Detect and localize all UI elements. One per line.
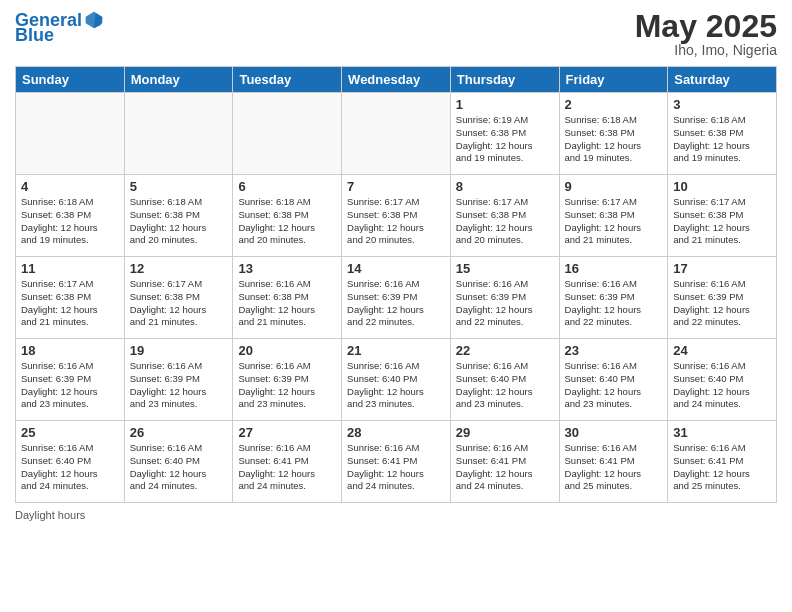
table-row: 22Sunrise: 6:16 AM Sunset: 6:40 PM Dayli… [450,339,559,421]
table-row: 16Sunrise: 6:16 AM Sunset: 6:39 PM Dayli… [559,257,668,339]
day-number: 7 [347,179,445,194]
table-row: 19Sunrise: 6:16 AM Sunset: 6:39 PM Dayli… [124,339,233,421]
day-info: Sunrise: 6:17 AM Sunset: 6:38 PM Dayligh… [21,278,119,329]
day-info: Sunrise: 6:16 AM Sunset: 6:40 PM Dayligh… [673,360,771,411]
table-row: 7Sunrise: 6:17 AM Sunset: 6:38 PM Daylig… [342,175,451,257]
day-number: 15 [456,261,554,276]
table-row: 1Sunrise: 6:19 AM Sunset: 6:38 PM Daylig… [450,93,559,175]
day-info: Sunrise: 6:17 AM Sunset: 6:38 PM Dayligh… [565,196,663,247]
location: Iho, Imo, Nigeria [635,42,777,58]
table-row: 4Sunrise: 6:18 AM Sunset: 6:38 PM Daylig… [16,175,125,257]
day-number: 17 [673,261,771,276]
title-block: May 2025 Iho, Imo, Nigeria [635,10,777,58]
day-number: 29 [456,425,554,440]
table-row: 23Sunrise: 6:16 AM Sunset: 6:40 PM Dayli… [559,339,668,421]
calendar-week-row: 1Sunrise: 6:19 AM Sunset: 6:38 PM Daylig… [16,93,777,175]
day-number: 11 [21,261,119,276]
day-number: 26 [130,425,228,440]
day-info: Sunrise: 6:16 AM Sunset: 6:39 PM Dayligh… [238,360,336,411]
page: General Blue May 2025 Iho, Imo, Nigeria … [0,0,792,612]
day-info: Sunrise: 6:18 AM Sunset: 6:38 PM Dayligh… [21,196,119,247]
day-info: Sunrise: 6:16 AM Sunset: 6:41 PM Dayligh… [456,442,554,493]
day-number: 21 [347,343,445,358]
table-row: 27Sunrise: 6:16 AM Sunset: 6:41 PM Dayli… [233,421,342,503]
day-info: Sunrise: 6:16 AM Sunset: 6:39 PM Dayligh… [673,278,771,329]
table-row: 26Sunrise: 6:16 AM Sunset: 6:40 PM Dayli… [124,421,233,503]
calendar-week-row: 18Sunrise: 6:16 AM Sunset: 6:39 PM Dayli… [16,339,777,421]
day-info: Sunrise: 6:16 AM Sunset: 6:40 PM Dayligh… [21,442,119,493]
day-info: Sunrise: 6:18 AM Sunset: 6:38 PM Dayligh… [565,114,663,165]
day-number: 27 [238,425,336,440]
table-row: 2Sunrise: 6:18 AM Sunset: 6:38 PM Daylig… [559,93,668,175]
day-info: Sunrise: 6:16 AM Sunset: 6:40 PM Dayligh… [347,360,445,411]
day-info: Sunrise: 6:16 AM Sunset: 6:40 PM Dayligh… [456,360,554,411]
day-info: Sunrise: 6:16 AM Sunset: 6:41 PM Dayligh… [347,442,445,493]
day-number: 8 [456,179,554,194]
logo-icon [84,10,104,30]
month-title: May 2025 [635,10,777,42]
day-number: 3 [673,97,771,112]
day-number: 1 [456,97,554,112]
day-info: Sunrise: 6:16 AM Sunset: 6:41 PM Dayligh… [673,442,771,493]
table-row: 15Sunrise: 6:16 AM Sunset: 6:39 PM Dayli… [450,257,559,339]
day-info: Sunrise: 6:17 AM Sunset: 6:38 PM Dayligh… [347,196,445,247]
table-row: 11Sunrise: 6:17 AM Sunset: 6:38 PM Dayli… [16,257,125,339]
day-number: 22 [456,343,554,358]
col-friday: Friday [559,67,668,93]
table-row: 5Sunrise: 6:18 AM Sunset: 6:38 PM Daylig… [124,175,233,257]
table-row: 8Sunrise: 6:17 AM Sunset: 6:38 PM Daylig… [450,175,559,257]
table-row: 12Sunrise: 6:17 AM Sunset: 6:38 PM Dayli… [124,257,233,339]
day-info: Sunrise: 6:18 AM Sunset: 6:38 PM Dayligh… [673,114,771,165]
table-row: 18Sunrise: 6:16 AM Sunset: 6:39 PM Dayli… [16,339,125,421]
day-number: 31 [673,425,771,440]
day-info: Sunrise: 6:16 AM Sunset: 6:39 PM Dayligh… [456,278,554,329]
day-number: 30 [565,425,663,440]
day-number: 25 [21,425,119,440]
col-tuesday: Tuesday [233,67,342,93]
day-number: 12 [130,261,228,276]
col-thursday: Thursday [450,67,559,93]
day-info: Sunrise: 6:18 AM Sunset: 6:38 PM Dayligh… [130,196,228,247]
day-number: 9 [565,179,663,194]
logo-text2: Blue [15,26,54,44]
calendar: Sunday Monday Tuesday Wednesday Thursday… [15,66,777,503]
calendar-week-row: 4Sunrise: 6:18 AM Sunset: 6:38 PM Daylig… [16,175,777,257]
day-info: Sunrise: 6:17 AM Sunset: 6:38 PM Dayligh… [673,196,771,247]
table-row: 31Sunrise: 6:16 AM Sunset: 6:41 PM Dayli… [668,421,777,503]
day-number: 5 [130,179,228,194]
day-info: Sunrise: 6:16 AM Sunset: 6:39 PM Dayligh… [21,360,119,411]
day-number: 2 [565,97,663,112]
table-row: 29Sunrise: 6:16 AM Sunset: 6:41 PM Dayli… [450,421,559,503]
day-info: Sunrise: 6:17 AM Sunset: 6:38 PM Dayligh… [456,196,554,247]
day-info: Sunrise: 6:16 AM Sunset: 6:40 PM Dayligh… [130,442,228,493]
table-row: 3Sunrise: 6:18 AM Sunset: 6:38 PM Daylig… [668,93,777,175]
logo: General Blue [15,10,104,44]
table-row: 24Sunrise: 6:16 AM Sunset: 6:40 PM Dayli… [668,339,777,421]
table-row: 10Sunrise: 6:17 AM Sunset: 6:38 PM Dayli… [668,175,777,257]
col-sunday: Sunday [16,67,125,93]
day-number: 28 [347,425,445,440]
day-number: 14 [347,261,445,276]
header: General Blue May 2025 Iho, Imo, Nigeria [15,10,777,58]
table-row: 30Sunrise: 6:16 AM Sunset: 6:41 PM Dayli… [559,421,668,503]
table-row: 25Sunrise: 6:16 AM Sunset: 6:40 PM Dayli… [16,421,125,503]
table-row: 28Sunrise: 6:16 AM Sunset: 6:41 PM Dayli… [342,421,451,503]
day-info: Sunrise: 6:19 AM Sunset: 6:38 PM Dayligh… [456,114,554,165]
day-number: 24 [673,343,771,358]
day-info: Sunrise: 6:16 AM Sunset: 6:40 PM Dayligh… [565,360,663,411]
table-row: 20Sunrise: 6:16 AM Sunset: 6:39 PM Dayli… [233,339,342,421]
day-info: Sunrise: 6:18 AM Sunset: 6:38 PM Dayligh… [238,196,336,247]
calendar-week-row: 11Sunrise: 6:17 AM Sunset: 6:38 PM Dayli… [16,257,777,339]
table-row: 13Sunrise: 6:16 AM Sunset: 6:38 PM Dayli… [233,257,342,339]
footer: Daylight hours [15,509,777,521]
day-info: Sunrise: 6:16 AM Sunset: 6:41 PM Dayligh… [238,442,336,493]
day-number: 16 [565,261,663,276]
table-row [233,93,342,175]
calendar-header-row: Sunday Monday Tuesday Wednesday Thursday… [16,67,777,93]
day-info: Sunrise: 6:16 AM Sunset: 6:41 PM Dayligh… [565,442,663,493]
table-row: 6Sunrise: 6:18 AM Sunset: 6:38 PM Daylig… [233,175,342,257]
table-row: 21Sunrise: 6:16 AM Sunset: 6:40 PM Dayli… [342,339,451,421]
col-saturday: Saturday [668,67,777,93]
table-row: 17Sunrise: 6:16 AM Sunset: 6:39 PM Dayli… [668,257,777,339]
day-number: 20 [238,343,336,358]
